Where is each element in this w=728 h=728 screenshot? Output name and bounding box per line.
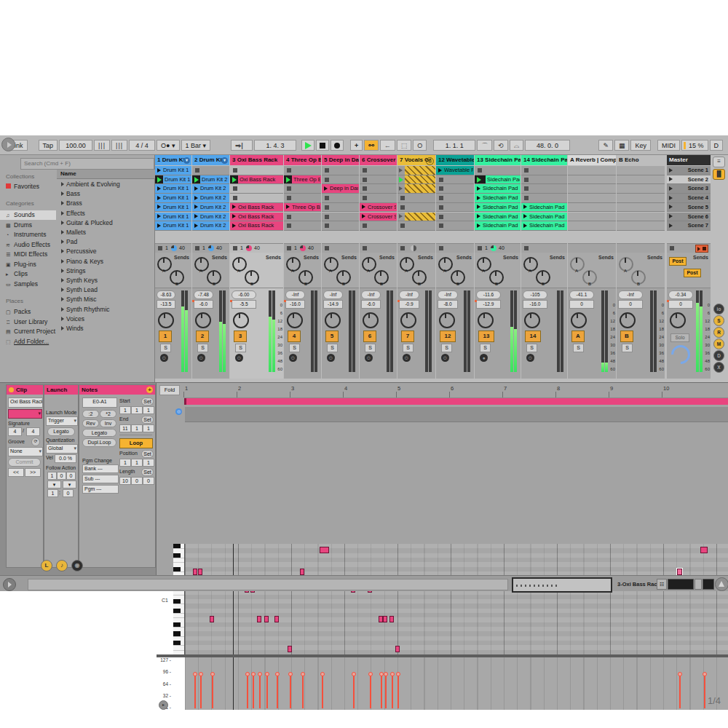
track-header[interactable]: 7 Vocals Gr◎ — [397, 155, 435, 165]
scene-slot[interactable]: Scene 4 — [667, 194, 711, 203]
track-activator[interactable]: 4 — [288, 331, 301, 342]
cpu-meter[interactable]: 15 % — [681, 140, 708, 151]
position-field[interactable]: 1 — [131, 459, 143, 467]
clip-slot[interactable] — [284, 166, 321, 175]
velocity-field[interactable]: 0.0 % — [55, 454, 76, 463]
clip-overview[interactable] — [512, 577, 612, 593]
clip-slot[interactable]: Oxi Bass Rack — [230, 213, 283, 222]
midi-note[interactable] — [210, 616, 214, 622]
clip-slot[interactable] — [475, 166, 521, 175]
volume-field[interactable]: -12.9 — [476, 300, 501, 309]
velocity-stem[interactable] — [381, 675, 382, 708]
clip-slot[interactable] — [284, 213, 321, 222]
volume-field[interactable]: -6.0 — [361, 300, 381, 309]
loop-start-field[interactable]: 1. 1. 1 — [433, 140, 475, 151]
clip-slot[interactable] — [322, 175, 359, 185]
pan-knob[interactable] — [233, 312, 249, 328]
clip-slot[interactable]: Oxi Bass Rack — [230, 175, 283, 185]
clip-slot[interactable] — [617, 184, 665, 194]
reverse-button[interactable]: Rev — [82, 419, 99, 427]
clip-slot[interactable] — [436, 194, 474, 203]
track-activator[interactable]: A — [571, 331, 585, 342]
clip-slot[interactable] — [568, 194, 616, 203]
position-set-button[interactable]: Set — [141, 450, 154, 458]
start-field[interactable]: 1 — [119, 406, 131, 414]
clip-slot[interactable]: Three Op Ba — [284, 175, 321, 185]
pan-knob[interactable] — [158, 312, 174, 328]
clip-slot[interactable] — [322, 203, 359, 213]
clip-slot[interactable] — [360, 221, 397, 231]
nudge-up-button[interactable]: ||| — [111, 140, 127, 151]
session-view-button[interactable]: ▐▌ — [713, 169, 725, 180]
clip-slot[interactable] — [322, 213, 359, 222]
velocity-stem[interactable] — [679, 675, 681, 708]
clip-slot[interactable] — [436, 184, 474, 194]
solo-button[interactable]: S — [526, 344, 537, 352]
velocity-stem[interactable] — [704, 675, 705, 708]
midi-note[interactable] — [257, 616, 261, 622]
add-panel-icon[interactable]: + — [146, 387, 153, 393]
clip-slot[interactable]: Crossover Sy — [360, 213, 397, 222]
clip-slot[interactable] — [617, 213, 665, 222]
mixer-section-toggle-s[interactable]: S — [713, 315, 724, 326]
clip-slot[interactable] — [521, 166, 567, 175]
mixer-section-toggle-m[interactable]: M — [713, 339, 724, 349]
signature-numerator[interactable]: 4 — [8, 427, 22, 436]
position-field[interactable]: 1 — [143, 459, 154, 467]
clip-slot[interactable]: Drum Kit 2 — [192, 175, 229, 185]
clip-slot[interactable] — [397, 213, 435, 222]
volume-field[interactable]: -6.0 — [194, 300, 213, 309]
clip-slot[interactable] — [617, 194, 665, 203]
clip-slot[interactable] — [360, 166, 397, 175]
track-activator[interactable]: 6 — [363, 331, 376, 342]
track-stop-all-button[interactable] — [478, 246, 482, 250]
arm-session-record-button[interactable]: ⊙ — [235, 354, 243, 362]
launch-legato-toggle[interactable]: Legato — [47, 427, 75, 436]
follow-action-time-field[interactable]: 1 — [47, 472, 57, 480]
track-header[interactable]: 6 Crossover Sy — [360, 155, 397, 165]
track-stop-all-button[interactable] — [287, 246, 291, 250]
solo-button[interactable]: S — [573, 344, 584, 352]
time-signature-field[interactable]: 4 / 4 — [129, 140, 155, 151]
solo-button[interactable]: S — [235, 344, 246, 352]
start-set-button[interactable]: Set — [141, 397, 154, 405]
track-header[interactable]: 12 Wavetable — [436, 155, 474, 165]
track-activator[interactable]: 5 — [325, 331, 339, 342]
clip-slot[interactable]: Drum Kit 1 — [155, 221, 191, 231]
midi-note[interactable] — [383, 616, 387, 622]
velocity-stem[interactable] — [194, 675, 196, 708]
clip-slot[interactable] — [284, 194, 321, 203]
record-button[interactable] — [331, 140, 344, 151]
follow-action-b-select[interactable]: ▾ — [63, 480, 76, 488]
next-clip-button[interactable]: >> — [25, 468, 41, 477]
clip-name-field[interactable]: Oxi Bass Rack — [8, 397, 43, 408]
draw-mode-button[interactable]: ✎ — [598, 140, 613, 151]
duplicate-loop-button[interactable]: Dupl.Loop — [82, 438, 116, 447]
midi-note[interactable] — [700, 547, 708, 553]
follow-chance-a[interactable]: 1 — [47, 489, 58, 497]
track-activator[interactable]: 2 — [196, 331, 209, 342]
scene-slot[interactable]: Scene 3 — [667, 184, 711, 194]
velocity-stem[interactable] — [385, 675, 387, 708]
solo-button[interactable]: S — [365, 344, 376, 352]
track-stop-all-button[interactable] — [363, 246, 367, 250]
beat-time-ruler[interactable] — [184, 383, 728, 398]
mixer-section-toggle-io[interactable]: io — [713, 304, 724, 314]
arm-session-record-button[interactable]: ⊙ — [197, 354, 205, 362]
clip-slot[interactable] — [322, 166, 359, 175]
punch-in-button[interactable]: ⌒ — [477, 140, 492, 151]
clip-slot[interactable] — [436, 213, 474, 222]
clip-slot[interactable]: Drum Kit 2 — [192, 221, 229, 231]
track-header[interactable]: A Reverb | Compre — [568, 155, 616, 165]
clip-slot[interactable] — [230, 166, 283, 175]
clip-loop-brace[interactable] — [184, 398, 728, 405]
clip-slot[interactable] — [397, 175, 435, 185]
midi-note[interactable] — [274, 616, 279, 622]
midi-note[interactable] — [300, 569, 304, 575]
clip-slot[interactable]: Wavetable P — [436, 166, 474, 175]
loop-length-field[interactable]: 48. 0. 0 — [525, 140, 570, 151]
pan-knob[interactable] — [325, 312, 341, 328]
volume-field[interactable]: -5.5 — [232, 300, 256, 309]
scene-slot[interactable]: Scene 5 — [667, 203, 711, 213]
solo-button[interactable]: S — [480, 344, 491, 352]
